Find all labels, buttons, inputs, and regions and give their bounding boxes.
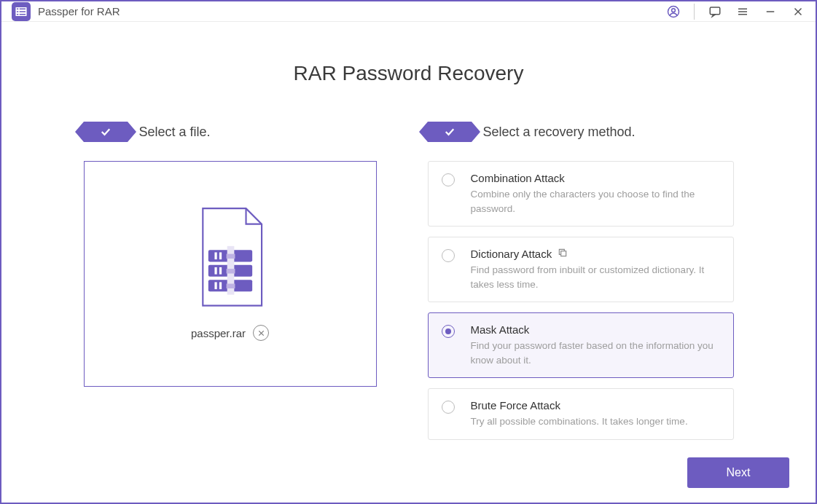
svg-rect-18 — [214, 267, 216, 275]
step2-header: Select a recovery method. — [428, 122, 734, 142]
svg-point-5 — [672, 8, 676, 12]
svg-rect-21 — [219, 282, 221, 289]
method-option-2[interactable]: Mask AttackFind your password faster bas… — [428, 312, 734, 378]
svg-rect-20 — [214, 282, 216, 289]
method-title: Mask Attack — [471, 323, 722, 336]
methods-list: Combination AttackCombine only the chara… — [428, 161, 734, 440]
next-button[interactable]: Next — [687, 457, 789, 488]
method-desc: Find your password faster based on the i… — [471, 339, 722, 367]
separator — [694, 4, 695, 20]
svg-rect-17 — [219, 253, 221, 260]
page-title: RAR Password Recovery — [1, 62, 816, 85]
app-title: Passper for RAR — [38, 5, 120, 17]
step-select-file: Select a file. pa — [84, 122, 377, 440]
step1-header: Select a file. — [84, 122, 377, 142]
radio-icon — [442, 249, 455, 262]
method-title: Combination Attack — [471, 172, 722, 184]
method-option-1[interactable]: Dictionary AttackFind password from inbu… — [428, 237, 734, 302]
method-title: Brute Force Attack — [471, 399, 688, 412]
minimize-button[interactable] — [763, 4, 778, 19]
copy-icon — [558, 248, 568, 260]
svg-rect-6 — [710, 7, 720, 15]
selected-filename: passper.rar — [191, 327, 246, 339]
radio-icon — [442, 325, 455, 338]
method-desc: Try all possible combinations. It takes … — [471, 414, 688, 429]
step1-check-icon — [84, 122, 128, 142]
svg-rect-24 — [226, 269, 235, 273]
titlebar: Passper for RAR — [1, 1, 816, 22]
remove-file-button[interactable] — [253, 325, 269, 341]
svg-rect-23 — [226, 254, 235, 259]
svg-rect-0 — [16, 7, 26, 9]
method-desc: Combine only the characters you choose t… — [471, 187, 722, 216]
rar-file-icon — [190, 207, 270, 309]
svg-rect-28 — [561, 251, 566, 256]
radio-icon — [442, 401, 455, 414]
svg-rect-1 — [16, 10, 26, 12]
step2-title: Select a recovery method. — [483, 125, 636, 140]
svg-rect-2 — [16, 13, 26, 15]
app-icon — [12, 2, 31, 21]
method-title: Dictionary Attack — [471, 248, 722, 260]
menu-icon[interactable] — [735, 4, 750, 19]
method-option-3[interactable]: Brute Force AttackTry all possible combi… — [428, 388, 734, 440]
svg-rect-25 — [226, 284, 235, 288]
method-desc: Find password from inbuilt or customized… — [471, 263, 722, 291]
footer: Next — [1, 450, 816, 488]
svg-rect-16 — [214, 253, 216, 260]
main-content: RAR Password Recovery Select a file. — [1, 22, 816, 503]
file-dropzone[interactable]: passper.rar — [84, 161, 377, 387]
step1-title: Select a file. — [139, 125, 211, 140]
account-icon[interactable] — [666, 4, 681, 19]
feedback-icon[interactable] — [708, 4, 722, 19]
close-button[interactable] — [791, 4, 805, 19]
radio-icon — [442, 173, 455, 186]
svg-rect-19 — [219, 267, 221, 275]
step-select-method: Select a recovery method. Combination At… — [428, 122, 734, 440]
step2-check-icon — [428, 122, 472, 142]
method-option-0[interactable]: Combination AttackCombine only the chara… — [428, 161, 734, 227]
